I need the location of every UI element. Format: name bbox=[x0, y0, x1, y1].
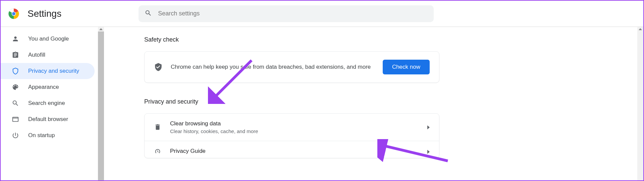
sidebar-item-search-engine[interactable]: Search engine bbox=[1, 95, 104, 111]
chrome-logo-icon bbox=[8, 8, 19, 19]
shield-check-icon bbox=[154, 63, 163, 71]
row-title: Privacy Guide bbox=[170, 148, 427, 155]
sidebar-item-label: Privacy and security bbox=[28, 68, 79, 74]
privacy-security-card: Clear browsing data Clear history, cooki… bbox=[144, 113, 439, 158]
sidebar-item-label: On startup bbox=[28, 132, 55, 139]
scroll-up-icon[interactable] bbox=[639, 28, 642, 30]
clipboard-icon bbox=[11, 51, 19, 59]
sidebar-item-label: Search engine bbox=[28, 100, 65, 107]
row-clear-browsing-data[interactable]: Clear browsing data Clear history, cooki… bbox=[145, 114, 439, 141]
sidebar-item-on-startup[interactable]: On startup bbox=[1, 127, 104, 143]
browser-icon bbox=[11, 115, 19, 123]
row-title: Clear browsing data bbox=[170, 120, 427, 127]
person-icon bbox=[11, 35, 19, 43]
page-title: Settings bbox=[28, 8, 61, 19]
sidebar-scrollbar[interactable] bbox=[98, 27, 104, 180]
power-icon bbox=[11, 131, 19, 139]
sidebar-item-label: You and Google bbox=[28, 36, 69, 42]
search-input[interactable] bbox=[158, 10, 428, 17]
safety-check-card: Chrome can help keep you safe from data … bbox=[144, 51, 439, 83]
chevron-right-icon bbox=[427, 125, 430, 129]
sidebar: You and Google Autofill Privacy and secu… bbox=[1, 27, 104, 180]
sidebar-item-you-and-google[interactable]: You and Google bbox=[1, 31, 104, 47]
sidebar-item-autofill[interactable]: Autofill bbox=[1, 47, 104, 63]
sidebar-item-label: Appearance bbox=[28, 84, 59, 90]
sidebar-item-appearance[interactable]: Appearance bbox=[1, 79, 104, 95]
trash-icon bbox=[154, 123, 162, 131]
svg-point-5 bbox=[12, 12, 15, 15]
sidebar-scrollbar-thumb[interactable] bbox=[98, 32, 104, 180]
content-area: Safety check Chrome can help keep you sa… bbox=[104, 27, 643, 180]
check-now-button[interactable]: Check now bbox=[383, 60, 430, 74]
sidebar-item-label: Default browser bbox=[28, 116, 68, 123]
chevron-right-icon bbox=[427, 150, 430, 154]
sidebar-item-privacy-and-security[interactable]: Privacy and security bbox=[1, 63, 95, 79]
sidebar-item-default-browser[interactable]: Default browser bbox=[1, 111, 104, 127]
content-scrollbar[interactable] bbox=[637, 27, 643, 180]
header-bar: Settings bbox=[1, 1, 643, 27]
search-icon bbox=[145, 9, 158, 18]
row-subtitle: Clear history, cookies, cache, and more bbox=[170, 128, 427, 134]
safety-check-title: Safety check bbox=[144, 36, 643, 43]
scroll-up-icon[interactable] bbox=[99, 28, 103, 30]
search-settings-box[interactable] bbox=[139, 5, 434, 22]
sidebar-item-label: Autofill bbox=[28, 52, 45, 58]
row-privacy-guide[interactable]: Privacy Guide bbox=[145, 141, 439, 158]
gauge-icon bbox=[154, 148, 162, 156]
palette-icon bbox=[11, 83, 19, 91]
search-icon bbox=[11, 99, 19, 107]
shield-icon bbox=[11, 67, 19, 75]
safety-check-description: Chrome can help keep you safe from data … bbox=[171, 64, 383, 70]
privacy-security-title: Privacy and security bbox=[144, 98, 643, 105]
